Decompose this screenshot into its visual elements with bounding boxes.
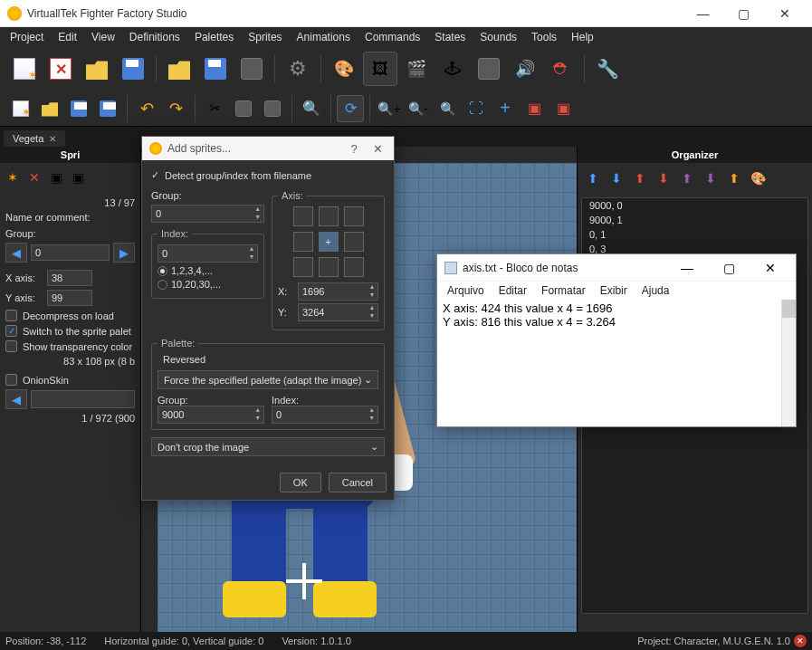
up-purple-icon[interactable]: ⬆ (677, 168, 697, 188)
menu-view[interactable]: View (85, 29, 121, 45)
status-close-icon[interactable]: ✕ (794, 635, 807, 647)
transparency-checkbox[interactable] (5, 340, 17, 352)
axis-x-spinner[interactable]: ▲▼ (298, 282, 378, 301)
pal-group-spinner[interactable]: ▲▼ (158, 406, 264, 424)
down-red-icon[interactable]: ⬇ (654, 168, 673, 188)
decompress-checkbox[interactable] (5, 310, 17, 321)
dlg-index-input[interactable] (158, 248, 246, 259)
radio-tens[interactable] (158, 280, 167, 290)
pal-index-spinner[interactable]: ▲▼ (272, 406, 378, 424)
menu-tools[interactable]: Tools (525, 29, 563, 45)
open-project-button[interactable] (162, 52, 196, 86)
np-menu-format[interactable]: Formatar (535, 283, 592, 298)
open-sprite-button[interactable] (36, 95, 63, 122)
cancel-button[interactable]: Cancel (329, 473, 387, 492)
anchor-ml[interactable] (293, 232, 313, 252)
close-button[interactable]: ✕ (764, 0, 805, 27)
menu-definitions[interactable]: Definitions (123, 29, 186, 45)
np-menu-file[interactable]: Arquivo (441, 283, 491, 298)
palette-button[interactable]: 🎨 (327, 52, 361, 86)
anchor-tr[interactable] (344, 206, 364, 226)
anchor-tc[interactable] (319, 206, 339, 226)
zoom100-button[interactable]: ⛶ (463, 95, 490, 122)
palette-picker-icon[interactable]: 🎨 (748, 168, 768, 188)
radio-sequential[interactable] (158, 266, 167, 276)
detect-checkbox[interactable]: ✓ (151, 169, 159, 181)
zoomout-button[interactable]: 🔍- (405, 95, 432, 122)
notepad-minimize-button[interactable]: — (669, 255, 705, 281)
menu-states[interactable]: States (428, 29, 472, 45)
list-item[interactable]: 0, 1 (582, 227, 807, 242)
save-project-button[interactable] (198, 52, 233, 86)
up-blue-icon[interactable]: ⬆ (583, 168, 603, 188)
menu-palettes[interactable]: Palettes (188, 29, 240, 45)
find-button[interactable]: 🔍 (298, 95, 325, 122)
saveall-button[interactable] (94, 95, 121, 122)
dup2-icon[interactable]: ▣ (69, 168, 87, 186)
tools-button[interactable]: 🔧 (590, 52, 625, 86)
prev-group-button[interactable]: ◀ (5, 243, 27, 263)
axis-x-input[interactable] (299, 286, 367, 297)
group-input[interactable] (31, 244, 110, 261)
minimize-button[interactable]: — (683, 0, 723, 27)
auto-icon[interactable]: ⬆ (724, 168, 744, 188)
zoomfit-button[interactable]: 🔍 (434, 95, 461, 122)
notepad-maximize-button[interactable]: ▢ (711, 255, 747, 281)
anchor-bl[interactable] (293, 257, 313, 277)
menu-edit[interactable]: Edit (52, 29, 83, 45)
animation-button[interactable]: 🎬 (399, 52, 434, 86)
anchor-center[interactable]: + (319, 232, 339, 252)
zoomin-button[interactable]: 🔍+ (376, 95, 403, 122)
save-button[interactable] (116, 52, 150, 86)
menu-animations[interactable]: Animations (291, 29, 357, 45)
np-menu-view[interactable]: Exibir (594, 283, 634, 298)
spark-icon[interactable]: ✶ (4, 168, 22, 186)
dialog-titlebar[interactable]: Add sprites... ? ✕ (142, 137, 394, 160)
menu-sprites[interactable]: Sprites (242, 29, 288, 45)
delete-button[interactable]: ✕ (43, 52, 78, 86)
pal-group-input[interactable] (158, 409, 253, 420)
notepad-close-button[interactable]: ✕ (752, 255, 788, 281)
palette-mode-select[interactable]: Force the specified palette (adapt the i… (158, 370, 378, 389)
open-button[interactable] (80, 52, 114, 86)
cut-button[interactable]: ✂ (201, 95, 228, 122)
xaxis-input[interactable] (47, 270, 92, 286)
tab-vegeta[interactable]: Vegeta ✕ (4, 130, 65, 147)
copy-button[interactable] (230, 95, 257, 122)
down-purple-icon[interactable]: ⬇ (701, 168, 721, 188)
settings-button[interactable]: ⚙ (281, 52, 315, 86)
recent-button[interactable] (234, 52, 269, 86)
sprite-button[interactable]: 🖼 (363, 52, 397, 86)
up-red-icon[interactable]: ⬆ (630, 168, 650, 188)
save-sprite-button[interactable] (65, 95, 92, 122)
notepad-titlebar[interactable]: axis.txt - Bloco de notas — ▢ ✕ (437, 254, 796, 282)
np-menu-edit[interactable]: Editar (492, 283, 533, 298)
yaxis-input[interactable] (47, 290, 92, 306)
dlg-group-input[interactable] (152, 208, 253, 219)
dialog-close-button[interactable]: ✕ (368, 142, 387, 156)
new-button[interactable] (7, 52, 42, 86)
dialog-help-button[interactable]: ? (345, 142, 363, 156)
notepad-scrollbar[interactable] (781, 300, 796, 426)
dlg-group-spinner[interactable]: ▲▼ (151, 205, 264, 223)
crop-select[interactable]: Don't crop the image⌄ (151, 437, 385, 456)
commands-button[interactable]: 🕹 (435, 52, 470, 86)
np-menu-help[interactable]: Ajuda (635, 283, 676, 298)
remove-icon[interactable]: ✕ (25, 168, 43, 186)
paste-button[interactable] (259, 95, 286, 122)
menu-commands[interactable]: Commands (358, 29, 426, 45)
undo-button[interactable]: ↶ (133, 95, 160, 122)
scrollbar-thumb[interactable] (782, 300, 796, 318)
onionskin-checkbox[interactable] (5, 374, 17, 386)
prev-page-button[interactable]: ◀ (5, 389, 27, 409)
clsn1-button[interactable]: ▣ (521, 95, 548, 122)
next-group-button[interactable]: ▶ (113, 243, 135, 263)
pal-index-input[interactable] (272, 409, 367, 420)
anchor-tl[interactable] (293, 206, 313, 226)
menu-project[interactable]: Project (4, 29, 50, 45)
ok-button[interactable]: OK (280, 473, 321, 492)
menu-help[interactable]: Help (565, 29, 600, 45)
new-sprite-button[interactable] (7, 95, 34, 122)
anchor-br[interactable] (344, 257, 364, 277)
tab-close-icon[interactable]: ✕ (49, 134, 56, 144)
